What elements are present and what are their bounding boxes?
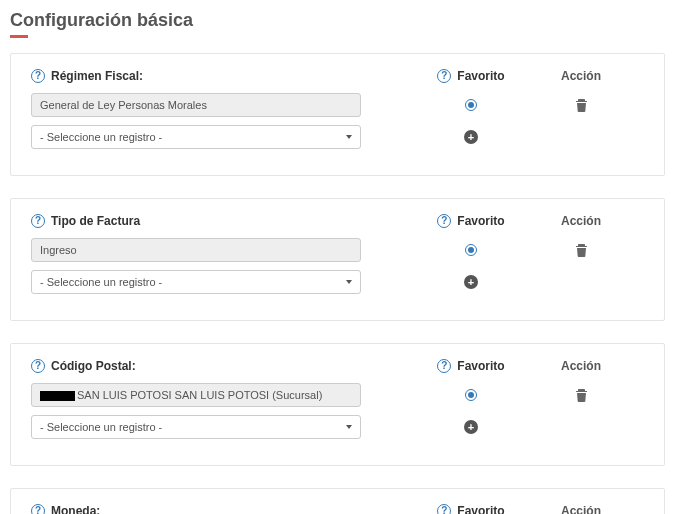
help-icon[interactable]: ? (437, 214, 451, 228)
trash-icon[interactable] (575, 243, 588, 257)
favorite-header: Favorito (457, 214, 504, 228)
trash-icon[interactable] (575, 388, 588, 402)
select-registro[interactable]: - Seleccione un registro - (31, 415, 361, 439)
current-value-readonly: Ingreso (31, 238, 361, 262)
help-icon[interactable]: ? (31, 214, 45, 228)
value-text: SAN LUIS POTOSI SAN LUIS POTOSI (Sucursa… (77, 389, 322, 401)
favorite-header: Favorito (457, 69, 504, 83)
help-icon[interactable]: ? (437, 504, 451, 514)
action-header: Acción (531, 69, 631, 83)
select-registro[interactable]: - Seleccione un registro - (31, 125, 361, 149)
action-header: Acción (531, 504, 631, 514)
favorite-radio[interactable] (465, 389, 477, 401)
section-tipo-factura: ? Tipo de Factura ? Favorito Acción Ingr… (10, 198, 665, 321)
add-icon[interactable]: + (464, 420, 478, 434)
section-moneda: ? Moneda: ? Favorito Acción Peso Mexican… (10, 488, 665, 514)
title-underline (10, 35, 28, 38)
help-icon[interactable]: ? (437, 359, 451, 373)
add-icon[interactable]: + (464, 275, 478, 289)
favorite-radio[interactable] (465, 244, 477, 256)
section-label: Régimen Fiscal: (51, 69, 143, 83)
section-codigo-postal: ? Código Postal: ? Favorito Acción SAN L… (10, 343, 665, 466)
section-regimen-fiscal: ? Régimen Fiscal: ? Favorito Acción Gene… (10, 53, 665, 176)
current-value-readonly: SAN LUIS POTOSI SAN LUIS POTOSI (Sucursa… (31, 383, 361, 407)
redacted-block (40, 391, 75, 401)
page-title: Configuración básica (10, 10, 665, 31)
current-value-readonly: General de Ley Personas Morales (31, 93, 361, 117)
action-header: Acción (531, 359, 631, 373)
select-registro[interactable]: - Seleccione un registro - (31, 270, 361, 294)
section-label: Tipo de Factura (51, 214, 140, 228)
trash-icon[interactable] (575, 98, 588, 112)
section-label: Código Postal: (51, 359, 136, 373)
favorite-header: Favorito (457, 504, 504, 514)
help-icon[interactable]: ? (31, 69, 45, 83)
add-icon[interactable]: + (464, 130, 478, 144)
favorite-header: Favorito (457, 359, 504, 373)
help-icon[interactable]: ? (437, 69, 451, 83)
section-label: Moneda: (51, 504, 100, 514)
help-icon[interactable]: ? (31, 359, 45, 373)
favorite-radio[interactable] (465, 99, 477, 111)
help-icon[interactable]: ? (31, 504, 45, 514)
action-header: Acción (531, 214, 631, 228)
